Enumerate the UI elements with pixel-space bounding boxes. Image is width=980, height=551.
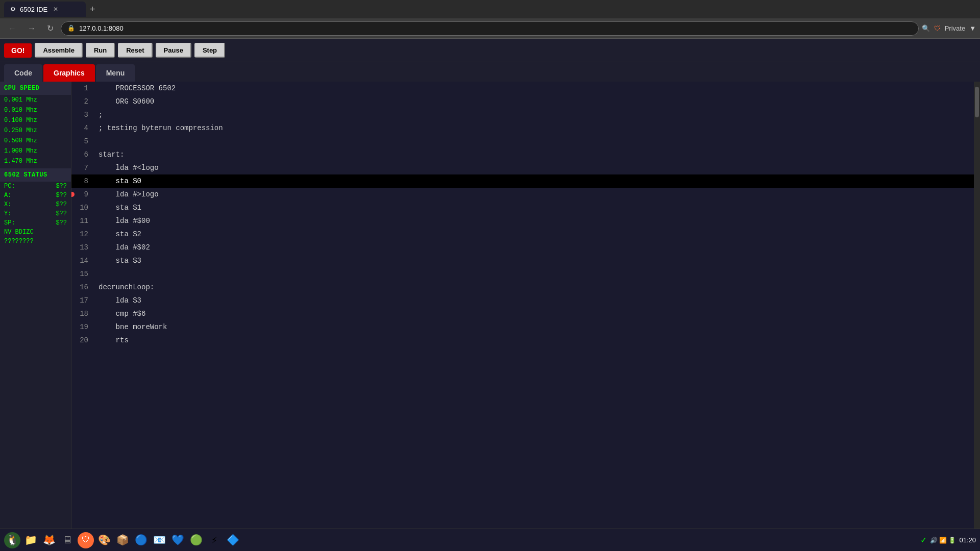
taskbar-terminal-icon[interactable]: 🖥: [59, 532, 76, 548]
line-num-13: 13: [71, 243, 94, 252]
code-text-2[interactable]: ORG $0600: [94, 96, 974, 107]
speed-500[interactable]: 0.500 Mhz: [0, 136, 71, 146]
taskbar-firefox-icon[interactable]: 🦊: [41, 532, 57, 548]
code-text-4[interactable]: ; testing byterun compression: [94, 123, 974, 133]
flags-header: NV BDIZC: [0, 228, 71, 237]
code-text-16[interactable]: decrunchLoop:: [94, 282, 974, 292]
code-line-18: 18 cmp #$6: [71, 307, 974, 320]
speed-1000[interactable]: 1.000 Mhz: [0, 146, 71, 156]
line-num-14: 14: [71, 257, 94, 265]
address-bar[interactable]: 🔒 127.0.0.1:8080: [61, 21, 919, 36]
forward-button[interactable]: →: [23, 22, 40, 35]
taskbar-icon5[interactable]: 🎨: [96, 532, 112, 548]
code-line-8: 8 sta $0: [71, 174, 974, 188]
taskbar-icon8[interactable]: 📧: [151, 532, 167, 548]
taskbar-brave-icon[interactable]: 🛡: [78, 532, 94, 548]
active-tab[interactable]: ⚙ 6502 IDE ✕: [4, 2, 86, 17]
reset-button[interactable]: Reset: [118, 43, 152, 58]
taskbar-icon7[interactable]: 🔵: [133, 532, 149, 548]
code-text-11[interactable]: lda #$00: [94, 216, 974, 226]
code-text-14[interactable]: sta $3: [94, 256, 974, 266]
line-num-18: 18: [71, 310, 94, 318]
code-text-15[interactable]: [94, 269, 974, 279]
taskbar-checkmark-icon: ✓: [920, 535, 927, 545]
line-num-5: 5: [71, 137, 94, 145]
step-button[interactable]: Step: [194, 43, 225, 58]
speed-1470[interactable]: 1.470 Mhz: [0, 156, 71, 166]
code-text-5[interactable]: [94, 136, 974, 146]
tab-menu[interactable]: Menu: [96, 64, 135, 82]
taskbar-files-icon[interactable]: 📁: [22, 532, 39, 548]
code-text-8[interactable]: sta $0: [94, 176, 974, 186]
sp-value: $??: [56, 219, 67, 227]
refresh-button[interactable]: ↻: [43, 21, 58, 35]
code-text-6[interactable]: start:: [94, 149, 974, 160]
pause-button[interactable]: Pause: [156, 43, 191, 58]
tab-code[interactable]: Code: [4, 64, 42, 82]
private-label: Private: [945, 24, 965, 32]
line-num-10: 10: [71, 204, 94, 212]
line-num-15: 15: [71, 270, 94, 278]
code-line-19: 19 bne moreWork: [71, 320, 974, 334]
taskbar-right: ✓ 🔊 📶 🔋 01:20: [920, 535, 976, 545]
code-text-20[interactable]: rts: [94, 335, 974, 345]
taskbar-start-icon[interactable]: 🐧: [4, 532, 20, 548]
line-num-3: 3: [71, 111, 94, 119]
code-text-18[interactable]: cmp #$6: [94, 309, 974, 319]
code-editor[interactable]: 1 PROCESSOR 6502 2 ORG $0600 3 ; 4 ; tes…: [71, 82, 974, 551]
code-text-9[interactable]: lda #>logo: [94, 189, 974, 199]
taskbar-icon12[interactable]: 🔷: [225, 532, 241, 548]
cpu-speed-title: CPU SPEED: [0, 82, 71, 95]
back-button[interactable]: ←: [4, 22, 20, 35]
new-tab-button[interactable]: +: [86, 4, 100, 15]
code-line-3: 3 ;: [71, 108, 974, 121]
status-title: 6502 STATUS: [0, 168, 71, 182]
speed-250[interactable]: 0.250 Mhz: [0, 126, 71, 136]
taskbar-icon11[interactable]: ⚡: [206, 532, 223, 548]
pc-value: $??: [56, 183, 67, 190]
taskbar-icon9[interactable]: 💙: [169, 532, 186, 548]
code-text-17[interactable]: lda $3: [94, 295, 974, 306]
code-text-7[interactable]: lda #<logo: [94, 163, 974, 173]
code-line-2: 2 ORG $0600: [71, 95, 974, 108]
assemble-button[interactable]: Assemble: [35, 43, 82, 58]
code-line-6: 6 start:: [71, 148, 974, 161]
line-num-9: 9: [71, 190, 94, 198]
code-line-12: 12 sta $2: [71, 228, 974, 241]
x-label: X:: [4, 201, 11, 208]
line-num-17: 17: [71, 296, 94, 305]
code-text-13[interactable]: lda #$02: [94, 242, 974, 253]
register-pc: PC: $??: [0, 182, 71, 191]
sp-label: SP:: [4, 219, 15, 227]
flags-value: ????????: [0, 237, 71, 246]
code-line-14: 14 sta $3: [71, 254, 974, 267]
speed-001[interactable]: 0.001 Mhz: [0, 95, 71, 105]
code-text-12[interactable]: sta $2: [94, 229, 974, 239]
code-line-15: 15: [71, 267, 974, 281]
dropdown-icon[interactable]: ▼: [969, 24, 976, 32]
code-line-9: 9 lda #>logo: [71, 188, 974, 201]
code-text-10[interactable]: sta $1: [94, 203, 974, 213]
line-num-7: 7: [71, 164, 94, 172]
line-num-16: 16: [71, 283, 94, 291]
breakpoint-9: [71, 192, 75, 197]
line-num-8: 8: [71, 177, 94, 185]
scrollbar-thumb[interactable]: [975, 87, 979, 117]
sidebar: CPU SPEED 0.001 Mhz 0.010 Mhz 0.100 Mhz …: [0, 82, 71, 551]
tab-close-button[interactable]: ✕: [52, 5, 60, 13]
go-button[interactable]: GO!: [4, 43, 32, 58]
code-line-7: 7 lda #<logo: [71, 161, 974, 174]
tab-graphics[interactable]: Graphics: [43, 64, 95, 82]
run-button[interactable]: Run: [86, 43, 115, 58]
taskbar: 🐧 📁 🦊 🖥 🛡 🎨 📦 🔵 📧 💙 🟢 ⚡ 🔷 ✓ 🔊 📶 🔋 01:20: [0, 529, 980, 551]
a-label: A:: [4, 192, 11, 199]
code-line-16: 16 decrunchLoop:: [71, 281, 974, 294]
speed-010[interactable]: 0.010 Mhz: [0, 105, 71, 115]
taskbar-icon6[interactable]: 📦: [114, 532, 131, 548]
code-text-3[interactable]: ;: [94, 110, 974, 120]
code-text-1[interactable]: PROCESSOR 6502: [94, 83, 974, 93]
code-text-19[interactable]: bne moreWork: [94, 322, 974, 332]
scrollbar-track[interactable]: [974, 82, 980, 551]
speed-100[interactable]: 0.100 Mhz: [0, 115, 71, 126]
taskbar-icon10[interactable]: 🟢: [188, 532, 204, 548]
